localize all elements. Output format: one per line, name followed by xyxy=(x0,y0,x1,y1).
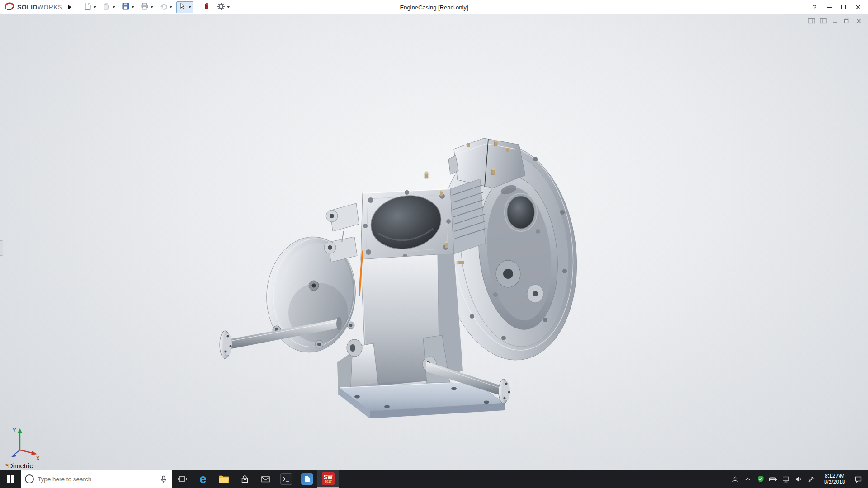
show-desktop-button[interactable] xyxy=(865,470,867,488)
search-input[interactable] xyxy=(38,476,156,483)
cooling-fins[interactable] xyxy=(450,179,486,254)
console-app-button[interactable] xyxy=(276,470,297,488)
taskbar-search-box[interactable] xyxy=(21,470,172,488)
blue-app-icon xyxy=(301,473,313,485)
windows-taskbar: e SW 2017 xyxy=(0,470,868,488)
task-view-icon xyxy=(178,475,187,483)
view-orientation-label: *Dimetric xyxy=(5,462,33,469)
save-button[interactable] xyxy=(119,1,137,13)
x-axis-label: X xyxy=(36,455,40,460)
chevron-up-icon xyxy=(745,476,751,482)
appearances-icon xyxy=(203,2,211,12)
taskbar-clock[interactable]: 8:12 AM 8/2/2018 xyxy=(818,473,851,485)
restore-icon xyxy=(844,18,850,24)
document-window-controls xyxy=(807,17,863,24)
task-view-button[interactable] xyxy=(172,470,193,488)
ds-swoosh-icon xyxy=(4,2,15,13)
close-button[interactable] xyxy=(851,0,865,14)
maximize-icon xyxy=(841,5,846,9)
dropdown-caret-icon xyxy=(132,6,134,8)
display-button[interactable] xyxy=(780,470,792,488)
dropdown-caret-icon xyxy=(227,6,230,8)
people-button[interactable] xyxy=(729,470,741,488)
options-button[interactable] xyxy=(215,1,232,13)
defender-button[interactable] xyxy=(755,470,766,488)
file-explorer-icon xyxy=(219,475,229,483)
titlebar: SOLIDWORKS xyxy=(0,0,868,14)
hidden-icons-button[interactable] xyxy=(742,470,754,488)
volume-icon xyxy=(795,476,802,483)
mail-icon xyxy=(261,475,270,483)
y-axis-arrow-icon xyxy=(18,428,22,433)
new-document-button[interactable] xyxy=(81,1,99,13)
x-axis-arrow-icon xyxy=(31,451,37,455)
open-button[interactable] xyxy=(100,1,118,13)
cylinder-flange-plate[interactable] xyxy=(361,189,454,259)
feature-panel-handle[interactable] xyxy=(0,240,3,256)
doc-restore-button[interactable] xyxy=(843,17,851,24)
people-icon xyxy=(731,476,739,483)
blue-app-button[interactable] xyxy=(297,470,317,488)
solidworks-2017-button[interactable]: SW 2017 xyxy=(317,470,339,488)
store-icon xyxy=(241,475,249,483)
dropdown-caret-icon xyxy=(113,6,115,8)
select-tool-button[interactable] xyxy=(176,1,193,13)
edge-button[interactable]: e xyxy=(193,470,213,488)
system-tray: 8:12 AM 8/2/2018 xyxy=(729,470,868,488)
z-axis-arrow-icon xyxy=(11,454,16,457)
doc-close-button[interactable] xyxy=(854,17,863,24)
dropdown-caret-icon xyxy=(189,6,191,8)
start-button[interactable] xyxy=(0,470,21,488)
pen-icon xyxy=(808,476,815,483)
minimize-button[interactable] xyxy=(822,0,836,14)
new-document-icon xyxy=(84,2,92,12)
defender-shield-icon xyxy=(757,475,764,483)
action-center-button[interactable] xyxy=(852,470,864,488)
appearances-button[interactable] xyxy=(200,1,213,13)
dropdown-caret-icon xyxy=(151,6,153,8)
windows-logo-icon xyxy=(7,475,14,483)
pane-right-button[interactable] xyxy=(819,17,827,24)
battery-button[interactable] xyxy=(767,470,779,488)
edge-icon: e xyxy=(199,473,207,485)
window-controls: ? xyxy=(807,0,865,14)
carb-flange[interactable] xyxy=(324,203,359,262)
minimize-icon xyxy=(827,7,832,8)
help-button[interactable]: ? xyxy=(807,0,822,14)
print-button[interactable] xyxy=(138,1,156,13)
pane-right-icon xyxy=(820,18,827,24)
undo-button[interactable] xyxy=(157,1,175,13)
open-icon xyxy=(103,2,111,12)
engine-casing-model[interactable] xyxy=(219,136,580,434)
doc-minimize-button[interactable] xyxy=(831,17,839,24)
display-icon xyxy=(782,476,790,483)
clock-time: 8:12 AM xyxy=(818,473,851,479)
pane-left-button[interactable] xyxy=(807,17,816,24)
orientation-triad: Y X xyxy=(8,427,41,460)
maximize-button[interactable] xyxy=(836,0,851,14)
solidworks-logo: SOLIDWORKS xyxy=(4,2,62,13)
menu-flyout-button[interactable] xyxy=(66,2,74,12)
file-explorer-button[interactable] xyxy=(213,470,234,488)
options-gear-icon xyxy=(217,2,225,12)
store-button[interactable] xyxy=(234,470,255,488)
flyout-arrow-icon xyxy=(68,5,71,9)
brand-text: SOLIDWORKS xyxy=(17,4,62,11)
close-icon xyxy=(856,18,862,24)
microphone-icon[interactable] xyxy=(160,475,168,483)
dropdown-caret-icon xyxy=(170,6,172,8)
cortana-circle-icon xyxy=(25,474,34,483)
dropdown-caret-icon xyxy=(94,6,96,8)
toolbar-separator xyxy=(197,3,197,11)
close-icon xyxy=(855,5,861,10)
clock-date: 8/2/2018 xyxy=(818,479,851,485)
pen-button[interactable] xyxy=(805,470,817,488)
select-cursor-icon xyxy=(179,2,187,12)
action-center-icon xyxy=(854,476,862,483)
graphics-area[interactable]: Y X *Dimetric xyxy=(0,14,868,470)
print-icon xyxy=(141,2,149,12)
volume-button[interactable] xyxy=(793,470,804,488)
undo-icon xyxy=(160,2,168,12)
save-icon xyxy=(122,2,130,12)
mail-button[interactable] xyxy=(255,470,276,488)
